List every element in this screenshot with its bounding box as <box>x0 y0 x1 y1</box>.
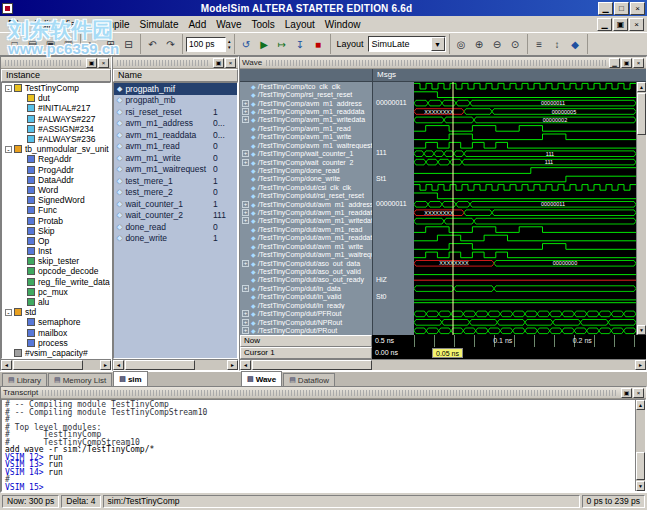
expand-icon[interactable]: + <box>242 100 249 107</box>
scroll-down-icon[interactable]: ▼ <box>636 481 645 491</box>
zoom-in-icon[interactable]: ⊕ <box>471 36 488 53</box>
wave-signal-value[interactable] <box>373 326 414 334</box>
scroll-left-icon[interactable]: ◄ <box>113 360 124 370</box>
menu-view[interactable]: View <box>56 18 88 31</box>
step-icon[interactable]: ↧ <box>292 36 309 53</box>
tab-dataflow[interactable]: ▤Dataflow <box>283 373 335 386</box>
tree-item[interactable]: #vsim_capacity# <box>2 348 110 358</box>
wave-signal-name[interactable]: ◆/TestTinyComp/dut/rsi_reset_reset <box>240 191 372 199</box>
wave-signal-name[interactable]: ◆/TestTinyComp/done_read <box>240 166 372 174</box>
wave-signal-name[interactable]: +◆/TestTinyComp/dut/PRout <box>240 326 372 334</box>
paste-icon[interactable]: ⊟ <box>120 36 137 53</box>
print-icon[interactable]: ▥ <box>60 36 77 53</box>
wave-signal-name[interactable]: ◆/TestTinyComp/dut/csi_clk_clk <box>240 183 372 191</box>
wave-signal-name[interactable]: +◆/TestTinyComp/wait_counter_1 <box>240 149 372 157</box>
expand-icon[interactable]: + <box>242 217 249 224</box>
scroll-left-icon[interactable]: ◄ <box>240 360 251 370</box>
transcript-log[interactable]: # -- Compiling module TestTinyComp# -- C… <box>2 400 635 491</box>
wave-signal-name[interactable]: +◆/TestTinyComp/dut/in_data <box>240 284 372 292</box>
menu-simulate[interactable]: Simulate <box>135 18 184 31</box>
scroll-right-icon[interactable]: ► <box>100 360 111 370</box>
tree-item[interactable]: pc_mux <box>2 287 110 297</box>
wave-hscrollbar[interactable]: ◄ ► <box>240 359 646 370</box>
find-icon[interactable]: ◎ <box>453 36 470 53</box>
expand-icon[interactable]: + <box>242 319 249 326</box>
wave-signal-value[interactable] <box>373 124 414 132</box>
menu-window[interactable]: Window <box>320 18 366 31</box>
tree-item[interactable]: #ALWAYS#227 <box>2 114 110 124</box>
wave-signal-name[interactable]: +◆/TestTinyComp/wait_counter_2 <box>240 158 372 166</box>
maximize-button[interactable]: □ <box>614 2 629 15</box>
tree-item[interactable]: Func <box>2 205 110 215</box>
chevron-down-icon[interactable]: ▼ <box>431 37 445 51</box>
wave-signal-name[interactable]: +◆/TestTinyComp/avm_m1_writedata <box>240 116 372 124</box>
wave-signal-value[interactable]: 111 <box>373 149 414 157</box>
objects-close-button[interactable]: × <box>225 58 236 68</box>
zoom-full-icon[interactable]: ⊙ <box>507 36 524 53</box>
scroll-right-icon[interactable]: ► <box>635 360 646 370</box>
tree-item[interactable]: Word <box>2 185 110 195</box>
menu-file[interactable]: File <box>3 18 29 31</box>
wave-signal-name[interactable]: +◆/TestTinyComp/dut/aso_out_data <box>240 259 372 267</box>
transcript-close-button[interactable]: × <box>633 388 644 398</box>
instance-column-header[interactable]: Instance <box>1 69 111 82</box>
mdi-minimize-button[interactable]: ▁ <box>597 18 612 31</box>
tab-library[interactable]: ▤Library <box>2 373 47 386</box>
objects-hscrollbar[interactable]: ◄ ► <box>113 359 238 370</box>
wave-signal-value[interactable] <box>373 250 414 258</box>
wave-signal-value[interactable] <box>373 141 414 149</box>
tab-memory-list[interactable]: ▤Memory List <box>48 373 112 386</box>
wave-signal-value[interactable]: HiZ <box>373 276 414 284</box>
waveform-canvas[interactable]: 00000011XXXXXXXX000000050000000211111100… <box>414 82 636 335</box>
wave-signal-name[interactable]: ◆/TestTinyComp/dut/avm_m1_readdatavalid <box>240 234 372 242</box>
wave-signal-value[interactable] <box>373 234 414 242</box>
undo-icon[interactable]: ↶ <box>144 36 161 53</box>
break-icon[interactable]: ■ <box>310 36 327 53</box>
tree-item[interactable]: Op <box>2 236 110 246</box>
run-icon[interactable]: ▶ <box>256 36 273 53</box>
expand-icon[interactable]: + <box>242 201 249 208</box>
tree-item[interactable]: semaphore <box>2 317 110 327</box>
wave-signal-name[interactable]: ◆/TestTinyComp/dut/aso_out_ready <box>240 276 372 284</box>
wave-signal-name[interactable]: ◆/TestTinyComp/dut/avm_m1_read <box>240 225 372 233</box>
object-row[interactable]: ◆test_mere_20 <box>114 187 237 199</box>
tree-item[interactable]: skip_tester <box>2 256 110 266</box>
tab-wave[interactable]: ▤Wave <box>241 371 282 386</box>
wave-signal-name[interactable]: ◆/TestTinyComp/dut/avm_m1_waitrequest <box>240 250 372 258</box>
wave-signal-name[interactable]: +◆/TestTinyComp/dut/avm_m1_address <box>240 200 372 208</box>
wave-signal-value[interactable] <box>373 116 414 124</box>
wave-vscrollbar[interactable]: ▲ ▼ <box>636 82 646 335</box>
mdi-restore-button[interactable]: ▣ <box>613 18 628 31</box>
wave-panel-titlebar[interactable]: Wave ▁ ▣ × <box>240 57 646 69</box>
mdi-close-button[interactable]: × <box>629 18 644 31</box>
wave-signal-name[interactable]: ◆/TestTinyComp/dut/in_valid <box>240 293 372 301</box>
wave-signal-name[interactable]: ◆/TestTinyComp/avm_m1_read <box>240 124 372 132</box>
scroll-up-icon[interactable]: ▲ <box>636 400 645 410</box>
wave-signal-name[interactable]: ◆/TestTinyComp/dut/avm_m1_write <box>240 242 372 250</box>
run-length-spinner[interactable]: ▴▾ <box>228 38 231 50</box>
wave-signal-value[interactable] <box>373 183 414 191</box>
wave-signal-value[interactable] <box>373 242 414 250</box>
menu-edit[interactable]: Edit <box>29 18 56 31</box>
wave-signal-name[interactable]: +◆/TestTinyComp/avm_m1_address <box>240 99 372 107</box>
cursor-label[interactable]: Cursor 1 <box>240 347 372 359</box>
wave-signal-name[interactable]: ◆/TestTinyComp/avm_m1_write <box>240 133 372 141</box>
wave-signal-value[interactable] <box>373 166 414 174</box>
tree-item[interactable]: SignedWord <box>2 195 110 205</box>
object-row[interactable]: ◆avm_m1_address0... <box>114 118 237 130</box>
wave-signal-name[interactable]: ◆/TestTinyComp/dut/aso_out_valid <box>240 267 372 275</box>
object-row[interactable]: ◆done_write1 <box>114 233 237 245</box>
tree-item[interactable]: DataAddr <box>2 175 110 185</box>
tree-item[interactable]: alu <box>2 297 110 307</box>
run-length-input[interactable]: 100 ps <box>186 37 226 52</box>
wave-signal-name[interactable]: ◆/TestTinyComp/tco_clk_clk <box>240 82 372 90</box>
object-row[interactable]: ◆avm_m1_waitrequest0 <box>114 164 237 176</box>
object-row[interactable]: ◆wait_counter_11 <box>114 198 237 210</box>
wave-signal-name[interactable]: ◆/TestTinyComp/done_write <box>240 175 372 183</box>
hscroll-thumb[interactable] <box>125 360 195 370</box>
objects-dock-button[interactable]: ▣ <box>213 58 224 68</box>
tree-item[interactable]: Inst <box>2 246 110 256</box>
transcript-titlebar[interactable]: Transcript ▣ × <box>1 387 646 399</box>
wave-signal-value[interactable] <box>373 208 414 216</box>
wave-signal-name[interactable]: ◆/TestTinyComp/avm_m1_waitrequest <box>240 141 372 149</box>
